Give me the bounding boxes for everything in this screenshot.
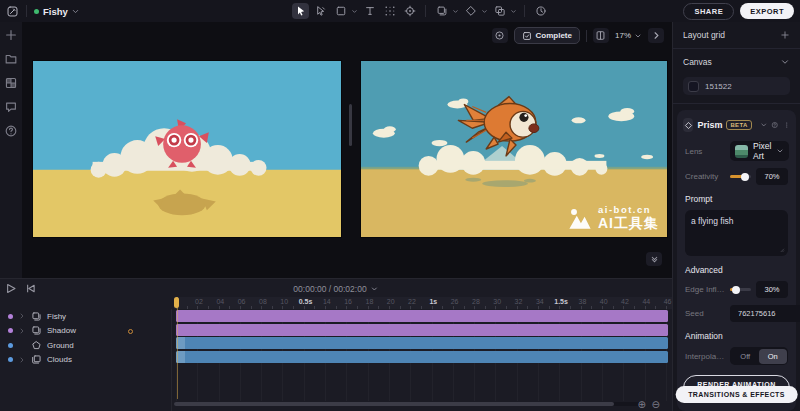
- shape-tool-button[interactable]: [332, 3, 349, 19]
- next-button[interactable]: [648, 28, 664, 43]
- ruler-label: 10: [273, 298, 295, 305]
- track-ground[interactable]: [176, 337, 668, 349]
- chevron-down-icon: [776, 147, 784, 155]
- layer-panel: FishyShadowGroundClouds: [0, 309, 172, 411]
- frame-1[interactable]: [32, 60, 342, 238]
- history-tool-button[interactable]: [532, 3, 549, 19]
- timeline-ruler[interactable]: 02040608100.5s14161820221s26283032341.5s…: [174, 297, 672, 309]
- canvas-section-row[interactable]: Canvas: [673, 49, 800, 75]
- track-shadow[interactable]: [176, 324, 668, 336]
- lens-row: Lens Pixel Art: [685, 141, 788, 161]
- prism-icon: [683, 118, 693, 132]
- right-sidebar: Layout grid Canvas 151522 Prism BETA: [672, 22, 800, 411]
- node-select-tool-button[interactable]: [312, 3, 329, 19]
- frame-2[interactable]: ai-bot.cn AI工具集: [360, 60, 668, 238]
- track-clouds[interactable]: [176, 351, 668, 363]
- add-button[interactable]: [4, 28, 18, 42]
- layer-color-dot: [8, 357, 13, 362]
- divider: [425, 5, 426, 17]
- lens-dropdown[interactable]: Pixel Art: [730, 141, 789, 161]
- interpolation-on-option[interactable]: On: [759, 349, 787, 364]
- expand-chevron-icon[interactable]: [18, 327, 26, 335]
- chevron-down-icon[interactable]: [780, 57, 790, 67]
- canvas-color-input[interactable]: 151522: [683, 77, 790, 95]
- zoom-control[interactable]: 17%: [615, 31, 642, 40]
- project-name[interactable]: Fishy: [43, 6, 68, 17]
- help-icon[interactable]: [771, 120, 778, 130]
- timeline-scrollbar[interactable]: [174, 402, 640, 406]
- lens-thumbnail: [735, 145, 748, 158]
- playhead-handle[interactable]: [174, 297, 179, 308]
- comments-button[interactable]: [4, 100, 18, 114]
- canvas-color-value: 151522: [705, 82, 732, 91]
- resize-handle-icon[interactable]: [778, 246, 785, 253]
- chevron-down-icon[interactable]: [481, 8, 488, 15]
- edge-influence-value[interactable]: 30%: [756, 281, 788, 298]
- ruler-label: 06: [231, 298, 253, 305]
- share-button[interactable]: SHARE: [683, 3, 734, 20]
- creativity-value[interactable]: 70%: [756, 168, 788, 185]
- layer-row-fishy[interactable]: Fishy: [0, 309, 171, 324]
- layer-name: Clouds: [47, 355, 72, 364]
- layer-name: Fishy: [47, 312, 66, 321]
- ruler-label: 28: [465, 298, 487, 305]
- edge-influence-label: Edge Influe...: [685, 285, 725, 294]
- select-tool-button[interactable]: [292, 3, 309, 19]
- help-button[interactable]: [4, 124, 18, 138]
- snapshot-button[interactable]: [492, 28, 508, 43]
- expand-chevron-icon[interactable]: [18, 312, 26, 320]
- skip-to-start-button[interactable]: [24, 282, 37, 295]
- app-logo-icon[interactable]: [6, 5, 19, 18]
- kebab-menu-icon[interactable]: [783, 120, 790, 130]
- prompt-input[interactable]: a flying fish: [685, 210, 788, 256]
- layer-row-clouds[interactable]: Clouds: [0, 353, 171, 368]
- interpolation-toggle: Off On: [730, 347, 788, 365]
- layer-row-ground[interactable]: Ground: [0, 338, 171, 353]
- collapse-panel-button[interactable]: [646, 252, 662, 266]
- export-button[interactable]: EXPORT: [740, 3, 794, 19]
- mask-tool-button[interactable]: [491, 3, 508, 19]
- frame-tool-button[interactable]: [433, 3, 450, 19]
- effects-tool-button[interactable]: [462, 3, 479, 19]
- chevron-down-icon[interactable]: [510, 8, 517, 15]
- add-layout-grid-icon[interactable]: [780, 30, 790, 40]
- files-button[interactable]: [4, 52, 18, 66]
- timeline-zoom-in-button[interactable]: ⊕: [638, 400, 646, 410]
- ruler-label: 20: [380, 298, 402, 305]
- chevron-down-icon[interactable]: [351, 8, 358, 15]
- chevron-down-icon[interactable]: [452, 8, 459, 15]
- play-button[interactable]: [4, 282, 17, 295]
- ruler-label: 1s: [422, 298, 444, 305]
- keyframe-indicator[interactable]: [128, 329, 133, 334]
- pages-button[interactable]: [593, 28, 609, 43]
- frame-divider-handle[interactable]: [349, 104, 352, 146]
- project-menu-chevron-icon[interactable]: [71, 7, 80, 16]
- chevron-down-icon[interactable]: [760, 120, 767, 130]
- prism-header[interactable]: Prism BETA: [683, 118, 790, 132]
- layer-row-shadow[interactable]: Shadow: [0, 324, 171, 339]
- expand-chevron-icon[interactable]: [18, 356, 26, 364]
- edge-influence-slider[interactable]: [730, 288, 751, 291]
- canvas-area[interactable]: Complete 17%: [22, 22, 672, 278]
- track-fishy[interactable]: [176, 310, 668, 322]
- ruler-label: 26: [444, 298, 466, 305]
- assets-button[interactable]: [4, 76, 18, 90]
- interpolation-off-option[interactable]: Off: [732, 349, 760, 364]
- timeline-zoom-out-button[interactable]: ⊖: [652, 400, 660, 410]
- ruler-label: 14: [316, 298, 338, 305]
- track-lane-area: [176, 310, 668, 364]
- transform-tool-button[interactable]: [381, 3, 398, 19]
- focus-tool-button[interactable]: [401, 3, 418, 19]
- divider: [673, 103, 800, 104]
- scrollbar-handle[interactable]: [174, 402, 614, 406]
- creativity-label: Creativity: [685, 172, 725, 181]
- creativity-slider[interactable]: [730, 175, 751, 178]
- complete-button[interactable]: Complete: [514, 27, 580, 44]
- canvas-color-swatch[interactable]: [688, 81, 699, 92]
- ruler-label: 16: [337, 298, 359, 305]
- chevron-down-icon: [634, 32, 642, 40]
- transitions-effects-button[interactable]: TRANSITIONS & EFFECTS: [675, 386, 798, 403]
- time-display[interactable]: 00:00:00 / 00:02:00: [293, 284, 378, 294]
- text-tool-button[interactable]: [361, 3, 378, 19]
- seed-input[interactable]: [730, 305, 800, 322]
